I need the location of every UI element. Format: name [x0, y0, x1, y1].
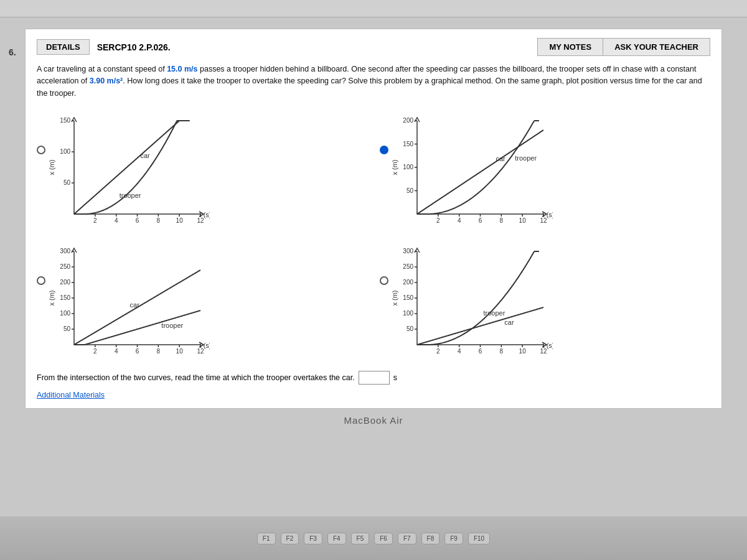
graph-bottom-right [380, 239, 710, 363]
key-f2[interactable]: F2 [281, 533, 299, 544]
macbook-label: MacBook Air [12, 415, 735, 426]
key-f4[interactable]: F4 [327, 533, 346, 544]
key-f10[interactable]: F10 [468, 533, 490, 544]
key-f8[interactable]: F8 [421, 533, 440, 544]
radio-bottom-right[interactable] [380, 276, 388, 285]
problem-text: A car traveling at a constant speed of 1… [37, 63, 710, 100]
problem-id: SERCP10 2.P.026. [97, 42, 171, 52]
key-f1[interactable]: F1 [257, 533, 276, 544]
intersection-text: From the intersection of the two curves,… [37, 373, 355, 382]
details-button[interactable]: DETAILS [37, 39, 90, 55]
graph-top-left [37, 108, 367, 233]
problem-number: 6. [9, 47, 16, 57]
key-f3[interactable]: F3 [304, 533, 322, 544]
unit-label: s [393, 373, 397, 382]
keyboard-area: F1 F2 F3 F4 F5 F6 F7 F8 F9 F10 [0, 516, 747, 560]
graphs-area [37, 108, 710, 363]
graph-top-right [380, 108, 710, 233]
answer-input[interactable] [359, 371, 390, 385]
speed-value: 15.0 m/s [167, 65, 197, 73]
additional-materials-link[interactable]: Additional Materials [37, 391, 710, 399]
key-f7[interactable]: F7 [398, 533, 416, 544]
radio-top-right[interactable] [380, 146, 388, 154]
key-f5[interactable]: F5 [351, 533, 370, 544]
key-f6[interactable]: F6 [374, 533, 393, 544]
acceleration-value: 3.90 m/s² [90, 77, 123, 85]
radio-bottom-left[interactable] [37, 276, 45, 285]
radio-top-left[interactable] [37, 146, 45, 154]
ask-teacher-button[interactable]: ASK YOUR TEACHER [603, 38, 710, 56]
my-notes-button[interactable]: MY NOTES [537, 38, 603, 56]
graph-bottom-left [37, 239, 367, 363]
key-f9[interactable]: F9 [444, 533, 463, 544]
